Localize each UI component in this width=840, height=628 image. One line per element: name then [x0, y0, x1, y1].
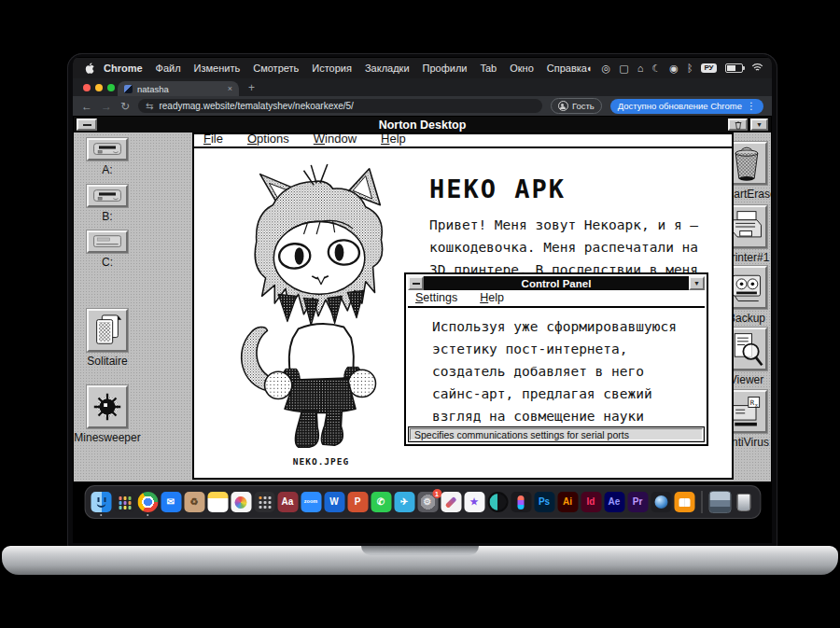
dock-fonts[interactable]: Aa	[277, 492, 298, 512]
desktop-icon-b[interactable]: B:	[87, 185, 128, 207]
address-bar[interactable]: ⇆ readymag.website/temalatyshev/nekoarke…	[138, 99, 542, 113]
dock-recycle[interactable]: ♻	[184, 492, 204, 512]
norton-titlebar: Norton Desktop	[74, 117, 771, 133]
main-window-menu: FileOptionsWindowHelp	[194, 134, 732, 148]
image-caption: NEKO.JPEG	[222, 456, 420, 467]
dock-indesign[interactable]: Id	[581, 492, 601, 512]
window-menu-window[interactable]: Window	[314, 134, 357, 147]
menubar-item-история[interactable]: История	[312, 63, 352, 74]
wifi-icon[interactable]	[751, 63, 763, 74]
window-menu-file[interactable]: File	[203, 134, 223, 147]
photoshop-glyph: Ps	[539, 497, 550, 507]
dock-premiere[interactable]: Pr	[627, 492, 648, 512]
desktop-icon-minesweeper[interactable]: Minesweeper	[87, 385, 128, 428]
window-menu-help[interactable]: Help	[381, 134, 406, 147]
control-panel-dropdown-button[interactable]: ▼	[689, 276, 705, 290]
fullscreen-window-button[interactable]	[107, 84, 115, 91]
dock-mail[interactable]: ✉	[161, 492, 181, 512]
minimize-window-button[interactable]	[95, 84, 103, 91]
dock-figma[interactable]	[511, 492, 531, 512]
bluetooth-icon[interactable]: ᛒ	[687, 63, 693, 74]
dock-chrome[interactable]	[137, 492, 158, 512]
dock-photos[interactable]	[231, 492, 251, 512]
lang-icon[interactable]: РУ	[701, 63, 716, 73]
control-panel-minimize-button[interactable]	[408, 276, 424, 290]
camera-icon[interactable]: ◎	[602, 63, 611, 74]
icon-label: C:	[102, 256, 113, 269]
play-icon[interactable]: ◉	[669, 63, 679, 74]
control-panel-menu-settings[interactable]: Settings	[415, 291, 457, 305]
browser-menu-icon[interactable]: ⋮	[747, 101, 756, 111]
moon-icon[interactable]: ☾	[651, 63, 661, 74]
dock-pixelmator[interactable]	[441, 492, 461, 512]
dock-zoom[interactable]: zoom	[301, 492, 321, 512]
desktop-icon-c[interactable]: C:	[87, 230, 128, 253]
minesweeper-icon[interactable]	[87, 385, 128, 428]
powerpoint-glyph: P	[355, 497, 361, 507]
control-panel-title: Control Panel	[424, 276, 689, 290]
dock-word[interactable]: W	[324, 492, 344, 512]
browser-tab[interactable]: natasha ×	[118, 81, 239, 96]
dock-photoshop[interactable]: Ps	[534, 492, 554, 512]
chrome-update-button[interactable]: Доступно обновление Chrome ⋮	[610, 99, 763, 114]
forward-button[interactable]: →	[101, 101, 112, 112]
dock-trash[interactable]	[734, 492, 754, 512]
floppy-icon[interactable]	[87, 138, 128, 160]
dock-cinema4d[interactable]	[651, 492, 671, 512]
icon-label: Minesweeper	[74, 431, 140, 444]
dock-telegram[interactable]: ✈	[394, 492, 414, 512]
whatsapp-glyph: ✆	[377, 497, 385, 507]
menubar-item-изменить[interactable]: Изменить	[194, 63, 241, 74]
update-label: Доступно обновление Chrome	[618, 101, 742, 111]
dock-after-effects[interactable]: Ae	[604, 492, 624, 512]
control-panel-menu: SettingsHelp	[408, 290, 705, 308]
menubar-item-закладки[interactable]: Закладки	[365, 63, 410, 74]
dock-settings[interactable]: ⚙1	[417, 492, 438, 512]
menubar-item-файл[interactable]: Файл	[156, 63, 181, 74]
display-icon[interactable]: ▢	[619, 63, 628, 74]
apple-icon[interactable]	[84, 63, 94, 75]
menubar-item-смотреть[interactable]: Смотреть	[253, 63, 299, 74]
norton-trash-button[interactable]	[728, 119, 748, 131]
dock-finder[interactable]	[91, 492, 111, 512]
menubar-item-профили[interactable]: Профили	[423, 63, 468, 74]
dock-calculator[interactable]	[254, 492, 274, 512]
back-button[interactable]: ←	[81, 101, 92, 112]
new-tab-button[interactable]: +	[248, 81, 255, 94]
desktop-icon-a[interactable]: A:	[87, 138, 128, 160]
menubar-item-chrome[interactable]: Chrome	[104, 63, 143, 74]
norton-dropdown-button[interactable]: ▼	[750, 119, 768, 131]
hdd-icon[interactable]	[87, 230, 128, 253]
close-window-button[interactable]	[83, 84, 91, 91]
norton-minimize-button[interactable]	[77, 119, 97, 131]
window-menu-options[interactable]: Options	[247, 134, 289, 147]
settings-glyph: ⚙	[424, 497, 432, 507]
dock-illustrator[interactable]: Ai	[557, 492, 578, 512]
site-info-icon[interactable]: ⇆	[146, 101, 153, 111]
page-title: НЕКО АРК	[429, 174, 566, 203]
desktop-icon-solitaire[interactable]: Solitaire	[87, 309, 128, 352]
star-glyph: ★	[470, 497, 479, 507]
dock-books[interactable]	[674, 492, 694, 512]
dock-star[interactable]: ★	[464, 492, 484, 512]
running-indicator	[147, 514, 149, 517]
floppy-icon[interactable]	[87, 185, 128, 207]
dock-powerpoint[interactable]: P	[347, 492, 368, 512]
reload-button[interactable]: ↻	[120, 101, 130, 112]
guest-profile-chip[interactable]: Гость	[551, 98, 602, 114]
tab-close-icon[interactable]: ×	[228, 84, 232, 93]
solitaire-icon[interactable]	[87, 309, 128, 352]
dock-launchpad[interactable]	[114, 492, 134, 512]
home-icon[interactable]: ⌂	[637, 63, 644, 74]
control-panel-menu-help[interactable]: Help	[480, 291, 504, 305]
battery-icon[interactable]	[725, 63, 743, 73]
dock-minimized-window[interactable]	[708, 491, 731, 513]
dock-whatsapp[interactable]: ✆	[371, 492, 391, 512]
menubar-item-справка[interactable]: Справка	[547, 63, 587, 74]
menubar-items: ChromeФайлИзменитьСмотретьИсторияЗакладк…	[104, 63, 587, 74]
menubar-item-окно[interactable]: Окно	[510, 63, 534, 74]
menubar-item-tab[interactable]: Tab	[480, 63, 497, 74]
dock-notes[interactable]	[207, 492, 228, 512]
dock-contrast[interactable]	[487, 492, 508, 512]
contrast-icon[interactable]: ◐	[587, 63, 594, 74]
